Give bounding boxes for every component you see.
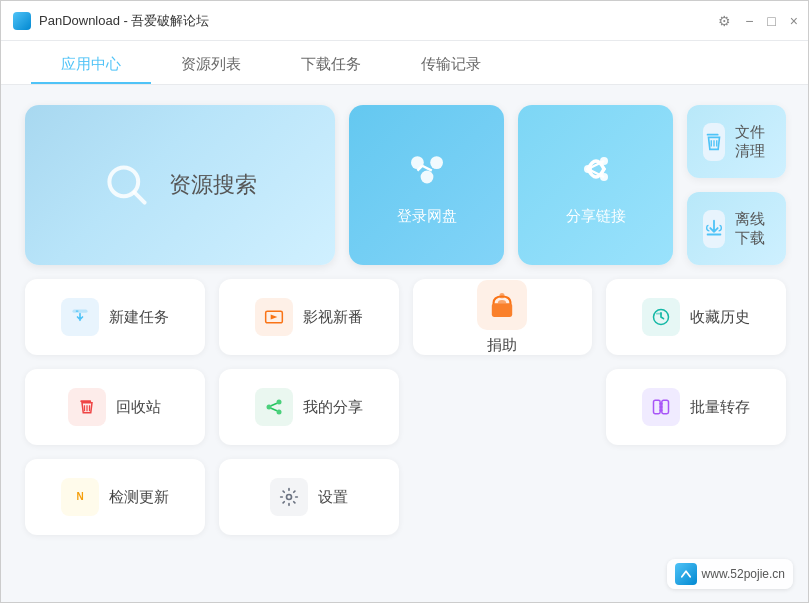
svg-line-1 bbox=[134, 192, 144, 202]
svg-point-31 bbox=[286, 495, 291, 500]
file-clean-icon bbox=[703, 123, 725, 161]
app-window: PanDownload - 吾爱破解论坛 ⚙ − □ × 应用中心 资源列表 下… bbox=[1, 1, 809, 603]
svg-point-4 bbox=[420, 170, 433, 183]
new-task-label: 新建任务 bbox=[109, 308, 169, 327]
maximize-icon[interactable]: □ bbox=[767, 13, 775, 29]
card-new-task[interactable]: 新建任务 bbox=[25, 279, 205, 355]
offline-dl-icon bbox=[703, 210, 725, 248]
card-bookmark[interactable]: 收藏历史 bbox=[606, 279, 786, 355]
donate-icon bbox=[477, 280, 527, 330]
offline-dl-label: 离线下载 bbox=[735, 210, 770, 248]
svg-rect-15 bbox=[72, 310, 87, 313]
trash-icon bbox=[68, 388, 106, 426]
new-task-icon bbox=[61, 298, 99, 336]
svg-line-25 bbox=[271, 403, 277, 406]
share-card-label: 分享链接 bbox=[566, 207, 626, 226]
logo-icon bbox=[675, 563, 697, 585]
card-search[interactable]: 资源搜索 bbox=[25, 105, 335, 265]
svg-point-22 bbox=[266, 405, 271, 410]
donate-label: 捐助 bbox=[487, 336, 517, 355]
svg-rect-13 bbox=[707, 133, 719, 135]
svg-point-23 bbox=[276, 400, 281, 405]
window-controls: ⚙ − □ × bbox=[718, 13, 798, 29]
svg-point-24 bbox=[276, 410, 281, 415]
svg-line-5 bbox=[422, 165, 432, 170]
svg-text:N: N bbox=[76, 491, 83, 502]
search-card-label: 资源搜索 bbox=[169, 170, 257, 200]
watermark-logo: www.52pojie.cn bbox=[667, 559, 793, 589]
my-share-label: 我的分享 bbox=[303, 398, 363, 417]
tab-app-center[interactable]: 应用中心 bbox=[31, 45, 151, 84]
check-update-label: 检测更新 bbox=[109, 488, 169, 507]
search-icon bbox=[103, 161, 151, 209]
svg-rect-28 bbox=[662, 400, 669, 413]
settings-icon[interactable]: ⚙ bbox=[718, 13, 731, 29]
trash-label: 回收站 bbox=[116, 398, 161, 417]
svg-rect-27 bbox=[654, 400, 661, 413]
nav-tabs: 应用中心 资源列表 下载任务 传输记录 bbox=[1, 41, 809, 85]
tab-transfer-record[interactable]: 传输记录 bbox=[391, 45, 511, 84]
batch-transfer-icon bbox=[642, 388, 680, 426]
main-content: 资源搜索 登录网盘 bbox=[1, 85, 809, 603]
bookmark-label: 收藏历史 bbox=[690, 308, 750, 327]
close-icon[interactable]: × bbox=[790, 13, 798, 29]
check-update-icon: N bbox=[61, 478, 99, 516]
card-check-update[interactable]: N 检测更新 bbox=[25, 459, 205, 535]
top-row: 资源搜索 登录网盘 bbox=[25, 105, 786, 265]
svg-point-18 bbox=[500, 293, 505, 298]
card-trash[interactable]: 回收站 bbox=[25, 369, 205, 445]
card-share[interactable]: 分享链接 bbox=[518, 105, 673, 265]
bottom-grid: 新建任务 影视新番 bbox=[25, 279, 786, 535]
card-file-clean[interactable]: 文件清理 bbox=[687, 105, 786, 178]
card-offline-dl[interactable]: 离线下载 bbox=[687, 192, 786, 265]
window-title: PanDownload - 吾爱破解论坛 bbox=[39, 12, 210, 30]
card-new-show[interactable]: 影视新番 bbox=[219, 279, 399, 355]
card-batch-transfer[interactable]: 批量转存 bbox=[606, 369, 786, 445]
svg-line-26 bbox=[271, 408, 277, 411]
tab-download-task[interactable]: 下载任务 bbox=[271, 45, 391, 84]
title-bar: PanDownload - 吾爱破解论坛 ⚙ − □ × bbox=[1, 1, 809, 41]
card-my-share[interactable]: 我的分享 bbox=[219, 369, 399, 445]
my-share-icon bbox=[255, 388, 293, 426]
card-settings[interactable]: 设置 bbox=[219, 459, 399, 535]
bookmark-icon bbox=[642, 298, 680, 336]
card-login[interactable]: 登录网盘 bbox=[349, 105, 504, 265]
svg-point-3 bbox=[430, 156, 443, 169]
right-cards-col: 文件清理 离线下载 bbox=[687, 105, 786, 265]
login-icon bbox=[403, 145, 451, 193]
share-icon bbox=[572, 145, 620, 193]
tab-resource-list[interactable]: 资源列表 bbox=[151, 45, 271, 84]
batch-transfer-label: 批量转存 bbox=[690, 398, 750, 417]
svg-rect-17 bbox=[492, 303, 512, 317]
svg-rect-21 bbox=[81, 400, 92, 402]
settings-label: 设置 bbox=[318, 488, 348, 507]
app-icon bbox=[13, 12, 31, 30]
title-bar-left: PanDownload - 吾爱破解论坛 bbox=[13, 12, 210, 30]
file-clean-label: 文件清理 bbox=[735, 123, 770, 161]
watermark-text: www.52pojie.cn bbox=[702, 567, 785, 581]
new-show-icon bbox=[255, 298, 293, 336]
login-card-label: 登录网盘 bbox=[397, 207, 457, 226]
settings-card-icon bbox=[270, 478, 308, 516]
minimize-icon[interactable]: − bbox=[745, 13, 753, 29]
new-show-label: 影视新番 bbox=[303, 308, 363, 327]
svg-rect-20 bbox=[656, 313, 662, 315]
svg-rect-32 bbox=[679, 567, 693, 581]
card-donate[interactable]: 捐助 bbox=[413, 279, 593, 355]
